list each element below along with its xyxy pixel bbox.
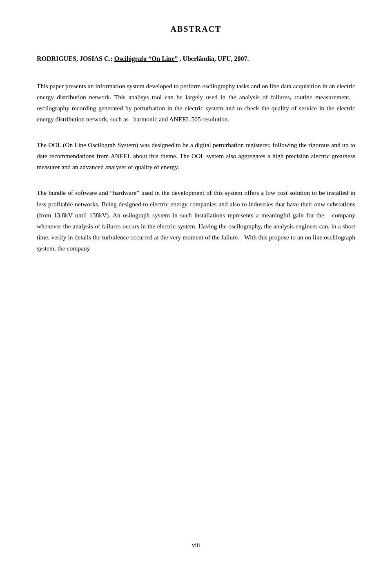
abstract-title: ABSTRACT [37,25,355,34]
author-line: RODRIGUES, JOSIAS C.: Oscilógrafo “On Li… [37,54,355,64]
author-name: RODRIGUES, JOSIAS C.: [37,55,114,62]
author-location: , Uberlândia, UFU, 2007. [178,55,249,62]
page-number: viii [37,542,355,549]
work-title-underline: Oscilógrafo “On Line” [114,55,178,62]
paragraph-2: The OOL (On Line Oscilograh System) was … [37,139,355,172]
paragraph-1: This paper presents an information syste… [37,80,355,125]
paragraph-3: The bundle of software and “hardware” us… [37,187,355,254]
page: ABSTRACT RODRIGUES, JOSIAS C.: Oscilógra… [0,0,392,561]
